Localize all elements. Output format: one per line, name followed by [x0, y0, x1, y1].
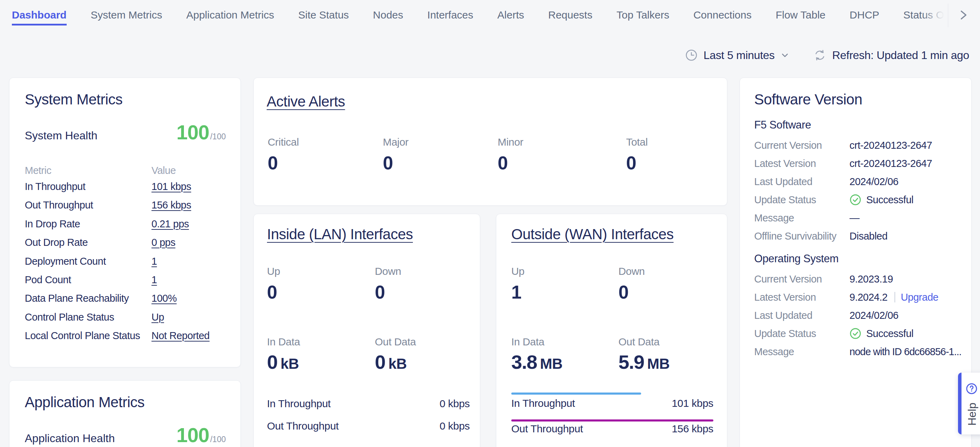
alert-stat-total: Total 0: [626, 136, 713, 173]
tab-dhcp[interactable]: DHCP: [850, 8, 879, 26]
wan-out-throughput-row: Out Throughput 156 kbps: [511, 423, 713, 435]
sw-row: Latest Version crt-20240123-2647: [754, 154, 965, 172]
application-health-value: 100: [176, 423, 209, 447]
sw-row: Message node with ID 6dc66856-1...: [754, 343, 965, 361]
wan-out-data-link[interactable]: Out Data: [619, 335, 716, 348]
tab-application-metrics[interactable]: Application Metrics: [186, 8, 274, 26]
tab-top-talkers[interactable]: Top Talkers: [616, 8, 669, 26]
alert-stat-critical: Critical 0: [268, 136, 383, 173]
wan-out-throughput-bar: [511, 420, 713, 421]
active-alerts-title-link[interactable]: Active Alerts: [267, 93, 345, 111]
metric-value-link[interactable]: 1: [151, 274, 157, 285]
metric-value-link[interactable]: Not Reported: [151, 330, 210, 341]
f5-software-heading: F5 Software: [754, 118, 965, 132]
interface-updown-grid: Up 1 Down 0: [511, 265, 716, 302]
tabs-scroll-right-button[interactable]: [955, 7, 972, 24]
interface-data-grid: In Data 3.8 MB Out Data 5.9 MB: [511, 335, 716, 373]
table-row: Out Drop Rate 0 pps: [25, 237, 226, 255]
wan-in-throughput-bar: [511, 393, 713, 394]
interface-updown-grid: Up 0 Down 0: [267, 265, 469, 302]
upgrade-separator: [894, 292, 895, 302]
time-range-select[interactable]: Last 5 minutes: [685, 49, 789, 62]
tab-alerts[interactable]: Alerts: [497, 8, 524, 26]
software-version-card: Software Version F5 Software Current Ver…: [740, 78, 972, 447]
table-row: Pod Count 1: [25, 274, 226, 293]
metric-value-link[interactable]: 100%: [151, 293, 177, 304]
sw-row: Update Status Successful: [754, 191, 965, 209]
sw-row: Last Updated 2024/02/06: [754, 306, 965, 324]
table-row: Deployment Count 1: [25, 255, 226, 274]
operating-system-heading: Operating System: [754, 252, 965, 265]
system-health-total: /100: [210, 132, 226, 141]
wan-down-stat: Down 0: [619, 265, 716, 302]
system-metrics-title: System Metrics: [25, 91, 123, 109]
software-version-title: Software Version: [754, 91, 862, 109]
refresh-button[interactable]: Refresh: Updated 1 min ago: [813, 48, 969, 62]
value-column-header: Value: [151, 165, 226, 176]
application-metrics-card: Application Metrics Application Health 1…: [9, 380, 241, 447]
metric-value-link[interactable]: 0 pps: [151, 237, 175, 248]
tab-status-objects[interactable]: Status Objects: [903, 8, 948, 26]
tab-flow-table[interactable]: Flow Table: [775, 8, 826, 26]
tab-interfaces[interactable]: Interfaces: [427, 8, 473, 26]
metric-value-link[interactable]: 0.21 pps: [151, 218, 189, 230]
wan-in-data-link[interactable]: In Data: [511, 335, 619, 348]
tab-dashboard[interactable]: Dashboard: [12, 8, 67, 26]
system-health-value: 100: [176, 120, 209, 144]
lan-interfaces-title-link[interactable]: Inside (LAN) Interfaces: [267, 225, 413, 243]
metric-value-link[interactable]: Up: [151, 311, 164, 322]
system-metrics-card: System Metrics System Health 100 /100 Me…: [9, 78, 241, 367]
table-row: In Drop Rate 0.21 pps: [25, 218, 226, 237]
system-health-row: System Health 100 /100: [25, 120, 226, 144]
tab-nodes[interactable]: Nodes: [373, 8, 403, 26]
metric-value-link[interactable]: 1: [151, 255, 157, 267]
upgrade-link[interactable]: Upgrade: [901, 292, 939, 303]
lan-interfaces-card: Inside (LAN) Interfaces Up 0 Down 0 In D…: [253, 214, 480, 447]
clock-icon: [685, 49, 698, 61]
table-row: Data Plane Reachability 100%: [25, 293, 226, 311]
metric-column-header: Metric: [25, 165, 151, 176]
refresh-status-text: Refresh: Updated 1 min ago: [832, 49, 969, 62]
tab-bar-divider: [948, 3, 948, 27]
sw-row: Update Status Successful: [754, 324, 965, 343]
alert-stat-major: Major 0: [383, 136, 498, 173]
lan-in-throughput-bar: [267, 393, 470, 394]
active-alerts-card: Active Alerts Critical 0 Major 0 Minor 0…: [253, 78, 727, 206]
top-nav: Dashboard System Metrics Application Met…: [0, 0, 980, 34]
question-circle-icon: [966, 383, 978, 396]
system-metrics-table: Metric Value In Throughput 101 kbps Out …: [25, 165, 226, 349]
tab-connections[interactable]: Connections: [694, 8, 752, 26]
table-row: In Throughput 101 kbps: [25, 181, 226, 200]
application-health-total: /100: [210, 435, 226, 444]
metric-value-link[interactable]: 101 kbps: [151, 181, 191, 192]
alert-stats-grid: Critical 0 Major 0 Minor 0 Total 0: [268, 136, 713, 173]
wan-interfaces-title-link[interactable]: Outside (WAN) Interfaces: [511, 225, 674, 243]
tab-requests[interactable]: Requests: [548, 8, 593, 26]
help-button[interactable]: Help: [958, 373, 980, 434]
update-status-text: Successful: [866, 194, 913, 206]
throughput-bar-fill: [511, 420, 713, 421]
system-health-label: System Health: [25, 129, 97, 142]
application-health-label: Application Health: [25, 432, 115, 445]
wan-in-throughput-row: In Throughput 101 kbps: [511, 397, 713, 410]
application-metrics-title: Application Metrics: [25, 393, 145, 411]
tab-system-metrics[interactable]: System Metrics: [91, 8, 162, 26]
help-label: Help: [966, 403, 978, 426]
lan-out-data-stat: Out Data 0 kB: [375, 335, 469, 373]
refresh-icon: [813, 48, 826, 62]
metric-value-link[interactable]: 156 kbps: [151, 200, 191, 211]
table-row: Out Throughput 156 kbps: [25, 200, 226, 218]
application-health-row: Application Health 100 /100: [25, 423, 226, 447]
lan-up-stat: Up 0: [267, 265, 375, 302]
chevron-right-icon: [958, 9, 969, 22]
alert-stat-minor: Minor 0: [498, 136, 626, 173]
help-accent-bar: [958, 373, 961, 434]
lan-down-stat: Down 0: [375, 265, 469, 302]
sw-row: Message —: [754, 209, 965, 227]
lan-in-throughput-row: In Throughput 0 kbps: [267, 398, 470, 410]
tab-site-status[interactable]: Site Status: [298, 8, 349, 26]
sw-row: Latest Version 9.2024.2 Upgrade: [754, 288, 965, 306]
table-row: Local Control Plane Status Not Reported: [25, 330, 226, 348]
sw-row: Last Updated 2024/02/06: [754, 172, 965, 191]
tab-bar: Dashboard System Metrics Application Met…: [12, 8, 948, 26]
